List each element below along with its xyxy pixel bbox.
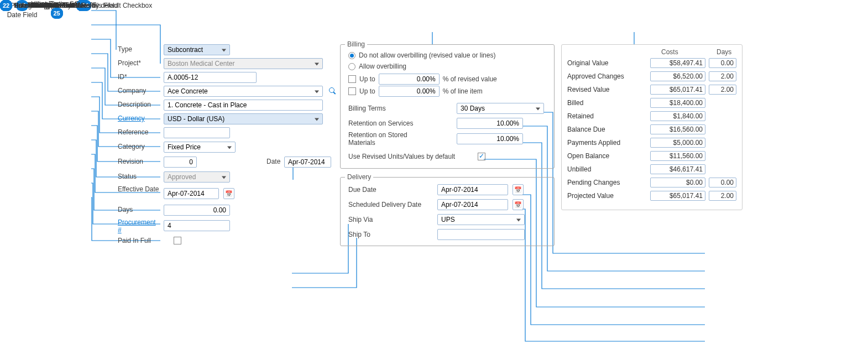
recap-days-header: Days [717,48,731,56]
upto-revised-checkbox[interactable] [348,75,356,83]
due-date-input[interactable] [437,184,508,195]
recap-row-label: Billed [567,99,583,107]
id-label: ID* [118,73,127,81]
recap-row-label: Open Balance [567,152,609,160]
paid-in-full-label: Paid In Full [118,237,151,244]
procurement-input[interactable] [164,220,230,231]
ship-via-label: Ship Via [348,216,373,223]
allow-overbilling-option[interactable]: Allow overbilling [348,62,406,70]
billing-section: Billing Do not allow overbilling (revise… [340,44,555,169]
description-label: Description [118,101,151,108]
scheduled-date-label: Scheduled Delivery Date [348,201,421,209]
billing-legend: Billing [345,40,367,48]
type-select[interactable]: Subcontract [164,44,230,55]
reference-input[interactable] [164,127,230,138]
id-input[interactable] [164,72,257,83]
search-icon[interactable] [328,87,337,96]
upto-line-input[interactable] [379,86,440,97]
recap-days-value: 2.00 [709,85,736,95]
effective-date-input[interactable] [164,188,219,199]
type-label: Type [118,45,132,53]
category-select[interactable]: Fixed Price [164,142,236,153]
company-select[interactable]: Ace Concrete [164,86,323,97]
use-revised-checkbox[interactable] [478,153,485,160]
date-input[interactable] [284,157,331,168]
recap-cost-value: $46,617.41 [650,164,705,174]
recap-row-label: Original Value [567,59,608,67]
retention-services-label: Retention on Services [348,119,413,127]
recap-cost-value: $65,017.41 [650,191,705,201]
recap-cost-value: $58,497.41 [650,58,705,68]
recap-days-value: 0.00 [709,178,736,187]
delivery-legend: Delivery [345,173,373,181]
project-label: Project* [118,59,141,67]
contract-recap-section: Costs Days Original Value$58,497.410.00A… [561,44,742,210]
callout-22: 22 Scheduled Delivery Date [0,0,87,11]
delivery-section: Delivery Due Date 📅 Scheduled Delivery D… [340,177,555,246]
ship-to-label: Ship To [348,231,370,238]
recap-cost-value: $11,560.00 [650,151,705,161]
currency-link[interactable]: Currency [118,114,145,122]
date-label: Date [266,158,280,165]
company-label: Company [118,87,146,95]
recap-row-label: Balance Due [567,126,605,133]
no-overbilling-option[interactable]: Do not allow overbilling (revised value … [348,51,495,59]
recap-cost-value: $1,840.00 [650,111,705,121]
paid-in-full-checkbox[interactable] [174,237,181,244]
recap-days-value: 2.00 [709,191,736,201]
billing-terms-label: Billing Terms [348,105,386,112]
recap-row-label: Payments Applied [567,139,620,147]
recap-row-label: Pending Changes [567,179,620,186]
scheduled-date-input[interactable] [437,199,508,210]
calendar-icon[interactable]: 📅 [513,184,524,195]
category-label: Category [118,143,145,150]
recap-costs-header: Costs [661,48,678,56]
currency-select[interactable]: USD - Dollar (USA) [164,113,323,124]
revision-label: Revision [118,158,143,165]
reference-label: Reference [118,128,148,136]
retention-materials-label: Retention on Stored Materials [348,131,431,147]
recap-cost-value: $16,560.00 [650,124,705,134]
upto-line-checkbox[interactable] [348,87,356,95]
due-date-label: Due Date [348,186,377,194]
recap-cost-value: $65,017.41 [650,85,705,95]
recap-row-label: Unbilled [567,165,591,173]
recap-cost-value: $0.00 [650,178,705,187]
ship-to-input[interactable] [437,229,525,240]
upto-revised-input[interactable] [379,74,440,85]
recap-cost-value: $6,520.00 [650,71,705,81]
effective-date-label: Effective Date [118,185,159,193]
days-input[interactable] [164,205,230,216]
status-label: Status [118,173,137,180]
retention-materials-input[interactable] [457,133,523,144]
recap-cost-value: $18,400.00 [650,98,705,108]
use-revised-label: Use Revised Units/Values by default [348,153,455,160]
billing-terms-select[interactable]: 30 Days [457,103,544,114]
description-input[interactable] [164,100,323,111]
recap-row-label: Projected Value [567,192,614,200]
revision-input[interactable] [164,157,197,168]
recap-row-label: Retained [567,112,594,120]
retention-services-input[interactable] [457,118,523,129]
days-label: Days [118,206,133,213]
ship-via-select[interactable]: UPS [437,214,525,225]
recap-row-label: Revised Value [567,86,610,93]
procurement-link[interactable]: Procurement # [118,218,161,234]
recap-days-value: 0.00 [709,58,736,68]
project-select[interactable]: Boston Medical Center [164,58,323,69]
status-select[interactable]: Approved [164,171,230,183]
recap-row-label: Approved Changes [567,72,624,80]
calendar-icon[interactable]: 📅 [223,188,234,199]
calendar-icon[interactable]: 📅 [513,199,524,210]
recap-days-value: 2.00 [709,71,736,81]
recap-cost-value: $5,000.00 [650,138,705,148]
